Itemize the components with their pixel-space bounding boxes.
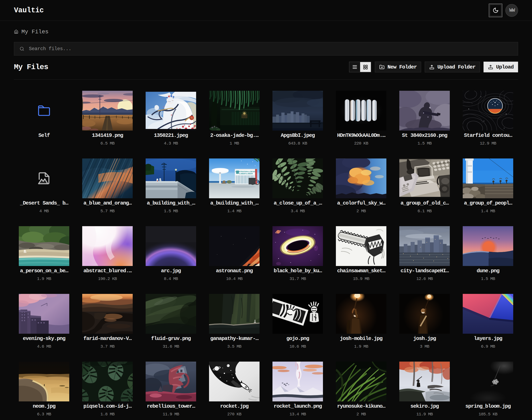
svg-text:& BEER & BEER: & BEER & BEER xyxy=(239,173,253,175)
